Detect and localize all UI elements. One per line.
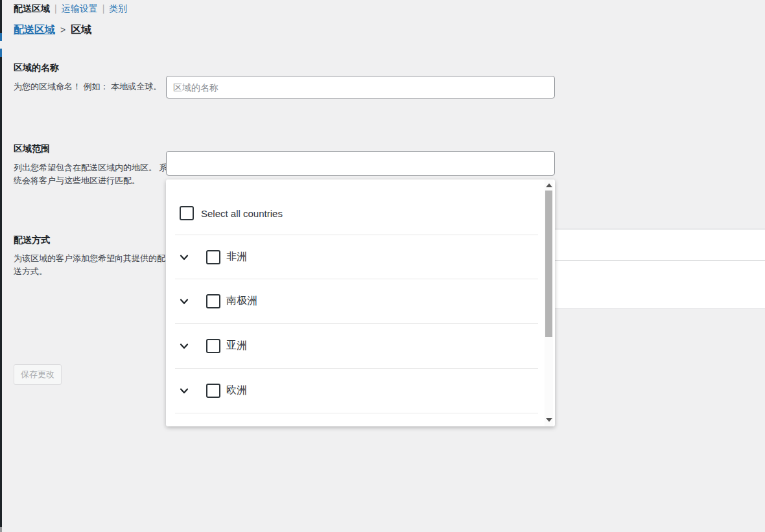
- scrollbar-thumb[interactable]: [545, 191, 552, 337]
- dropdown-divider: [175, 413, 538, 413]
- zone-regions-label: 区域范围: [14, 143, 50, 155]
- shipping-methods-label: 配送方式: [14, 235, 50, 246]
- breadcrumb-current-zone: 区域: [71, 24, 91, 35]
- continent-checkbox-antarctica[interactable]: [206, 294, 220, 308]
- breadcrumb-separator: >: [60, 25, 65, 35]
- tab-shipping-settings[interactable]: 运输设置: [62, 3, 98, 14]
- admin-menu-active-indicator: [0, 33, 2, 41]
- continent-row-antarctica[interactable]: 南极洲: [166, 279, 546, 323]
- regions-dropdown-panel: Select all countries 非洲 南极洲 亚洲 欧洲: [166, 179, 555, 426]
- save-changes-button[interactable]: 保存更改: [14, 364, 62, 385]
- dropdown-scrollbar[interactable]: [545, 179, 553, 426]
- tab-categories[interactable]: 类别: [109, 3, 127, 14]
- zone-name-input[interactable]: [166, 76, 555, 98]
- chevron-down-icon[interactable]: [179, 296, 189, 306]
- breadcrumb-link-shipping-zones[interactable]: 配送区域: [14, 24, 55, 35]
- continent-label: 欧洲: [226, 384, 247, 397]
- zone-regions-input[interactable]: [166, 151, 555, 176]
- tab-separator: |: [102, 3, 105, 14]
- chevron-down-icon[interactable]: [179, 386, 189, 396]
- admin-menu-strip-footer: [0, 527, 2, 532]
- zone-name-description: 为您的区域命名！ 例如： 本地或全球。: [14, 80, 169, 93]
- zone-name-label: 区域的名称: [14, 62, 59, 74]
- chevron-down-icon[interactable]: [179, 341, 189, 351]
- shipping-methods-description: 为该区域的客户添加您希望向其提供的配送方式。: [14, 252, 169, 278]
- continent-row-europe[interactable]: 欧洲: [166, 369, 546, 412]
- zone-regions-description: 列出您希望包含在配送区域内的地区。 系统会将客户与这些地区进行匹配。: [14, 161, 169, 187]
- admin-menu-active-indicator-2: [0, 49, 2, 57]
- select-all-countries-checkbox[interactable]: [180, 206, 194, 220]
- tab-shipping-zones[interactable]: 配送区域: [14, 3, 50, 14]
- tab-separator: |: [54, 3, 57, 14]
- continent-label: 亚洲: [226, 339, 247, 353]
- select-all-countries-label: Select all countries: [201, 208, 283, 219]
- continent-row-africa[interactable]: 非洲: [166, 235, 546, 279]
- select-all-countries-row[interactable]: Select all countries: [180, 205, 283, 221]
- continent-checkbox-asia[interactable]: [206, 339, 220, 353]
- breadcrumb: 配送区域>区域: [14, 23, 91, 36]
- continent-label: 南极洲: [226, 294, 257, 308]
- continent-label: 非洲: [226, 250, 247, 264]
- continent-checkbox-africa[interactable]: [206, 250, 220, 264]
- settings-subsection-tabs: 配送区域|运输设置|类别: [14, 3, 127, 14]
- chevron-down-icon[interactable]: [179, 252, 189, 262]
- continent-row-asia[interactable]: 亚洲: [166, 324, 546, 367]
- continent-checkbox-europe[interactable]: [206, 384, 220, 398]
- scroll-down-icon[interactable]: [546, 418, 552, 422]
- admin-menu-strip: [0, 0, 2, 532]
- scroll-up-icon[interactable]: [546, 183, 552, 187]
